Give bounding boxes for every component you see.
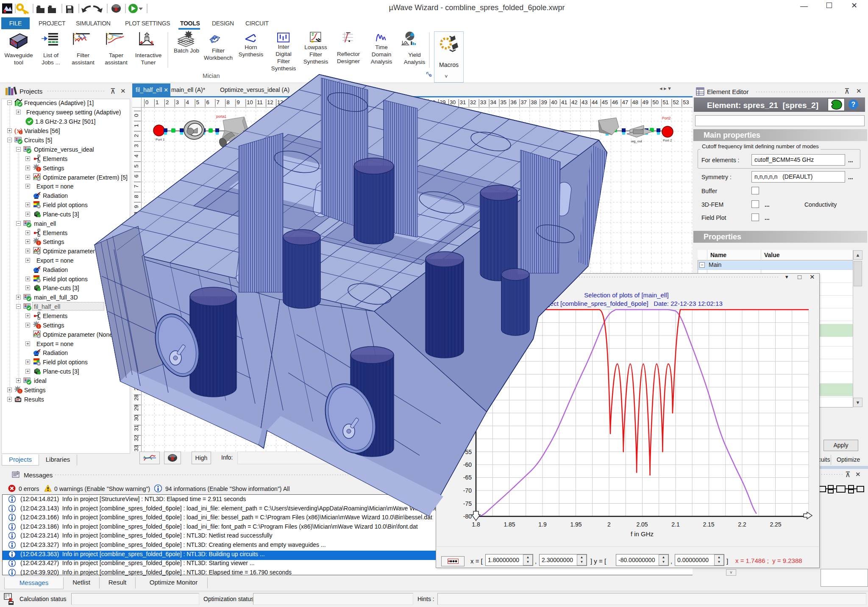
svg-text:52: 52 <box>673 99 679 105</box>
svg-text:48: 48 <box>632 99 638 105</box>
svg-text:Port 2: Port 2 <box>663 139 672 142</box>
svg-text:47: 47 <box>622 99 628 105</box>
svg-text:51: 51 <box>662 99 668 105</box>
svg-text:50: 50 <box>653 99 659 105</box>
svg-text:53: 53 <box>683 99 689 105</box>
svg-text:49: 49 <box>643 99 648 105</box>
svg-text:Port2: Port2 <box>662 116 671 120</box>
svg-text:wg_out: wg_out <box>631 139 643 143</box>
